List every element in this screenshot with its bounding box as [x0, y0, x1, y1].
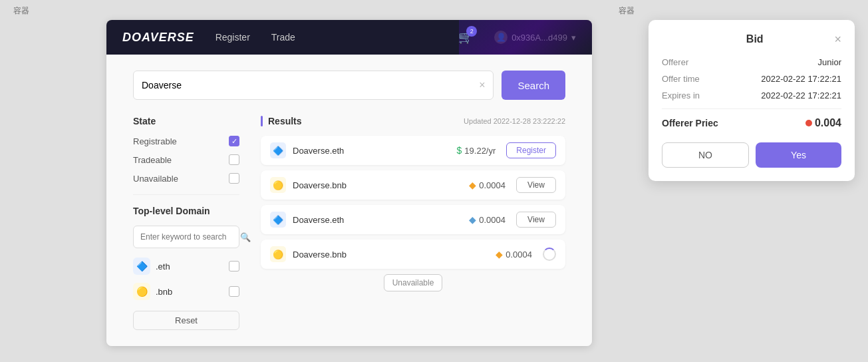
clear-icon[interactable]: ×: [479, 79, 485, 91]
two-col-layout: State Registrable Tradeable Unavailable: [133, 116, 565, 330]
bid-actions: NO Yes: [662, 142, 841, 168]
sidebar-divider: [133, 194, 239, 195]
result-name-1: Doaverse.bnb: [293, 180, 469, 190]
bid-offer-time-label: Offer time: [662, 74, 700, 84]
bid-modal: Bid × Offerer Junior Offer time 2022-02-…: [649, 20, 855, 181]
price-eth-icon-2: ◆: [469, 214, 476, 225]
tld-bnb-label: .bnb: [156, 287, 172, 297]
filter-tradeable-checkbox[interactable]: [229, 154, 239, 165]
result-icon-0: 🔷: [270, 142, 286, 158]
filter-registrable: Registrable: [133, 136, 239, 146]
main-app: DOAVERSE Register Trade 🛒 2 👤 0x936A...d…: [106, 20, 592, 346]
bid-price-number: 0.004: [815, 117, 841, 129]
bid-divider: [662, 108, 841, 109]
result-action-0[interactable]: Register: [506, 142, 556, 158]
result-name-0: Doaverse.eth: [293, 146, 457, 156]
result-price-1: ◆ 0.0004: [469, 180, 506, 190]
results-bar-accent: [261, 116, 263, 126]
bid-offerer-label: Offerer: [662, 57, 688, 67]
result-price-value-0: 19.22/yr: [464, 146, 496, 156]
filter-unavailable: Unavailable: [133, 173, 239, 184]
navbar: DOAVERSE Register Trade 🛒 2 👤 0x936A...d…: [106, 20, 592, 55]
tld-eth-icon: 🔷: [133, 258, 150, 275]
tld-bnb-item: 🟡 .bnb: [133, 283, 239, 300]
bid-close-button[interactable]: ×: [834, 33, 841, 45]
result-action-2[interactable]: View: [516, 212, 556, 228]
state-section-title: State: [133, 116, 239, 126]
main-content: × Search State Registrable Tradeable: [106, 55, 592, 346]
result-price-value-1: 0.0004: [479, 180, 506, 190]
result-row-2: 🔷 Doaverse.eth ◆ 0.0004 View: [261, 205, 565, 234]
page-wrapper: 容器 容器 DOAVERSE Register Trade 🛒 2 👤 0x93…: [0, 0, 868, 362]
unavailable-button[interactable]: Unavailable: [384, 274, 443, 291]
tld-search-input[interactable]: [140, 232, 240, 242]
top-label-right: 容器: [619, 5, 635, 17]
tld-bnb-icon: 🟡: [133, 283, 150, 300]
cart-button[interactable]: 🛒 2: [458, 30, 473, 45]
result-row-3: 🟡 Doaverse.bnb ◆ 0.0004: [261, 240, 565, 269]
result-icon-3: 🟡: [270, 246, 286, 262]
tld-eth-item: 🔷 .eth: [133, 258, 239, 275]
bid-yes-button[interactable]: Yes: [756, 142, 841, 168]
bid-modal-header: Bid ×: [662, 33, 841, 45]
result-price-3: ◆ 0.0004: [496, 249, 532, 260]
search-input[interactable]: [142, 80, 479, 90]
results-title: Results: [268, 116, 302, 126]
result-price-value-3: 0.0004: [506, 250, 532, 260]
tld-search-icon: 🔍: [240, 232, 251, 242]
reset-button[interactable]: Reset: [133, 311, 239, 330]
nav-register[interactable]: Register: [216, 32, 250, 43]
bid-offerer-value: Junior: [818, 57, 841, 67]
tld-bnb-left: 🟡 .bnb: [133, 283, 172, 300]
bid-offer-time-value: 2022-02-22 17:22:21: [761, 74, 841, 84]
tld-search-wrap: 🔍: [133, 226, 239, 248]
filter-registrable-checkbox[interactable]: [229, 136, 239, 146]
price-bnb-icon-1: ◆: [469, 180, 476, 190]
result-icon-1: 🟡: [270, 177, 286, 193]
bid-expires-value: 2022-02-22 17:22:21: [761, 90, 841, 100]
price-dollar-icon-0: $: [457, 145, 462, 156]
bid-no-button[interactable]: NO: [662, 142, 749, 168]
tld-section-title: Top-level Domain: [133, 206, 239, 216]
bid-expires-field: Expires in 2022-02-22 17:22:21: [662, 90, 841, 100]
bid-offer-time-field: Offer time 2022-02-22 17:22:21: [662, 74, 841, 84]
tld-eth-checkbox[interactable]: [229, 261, 239, 272]
filter-unavailable-label: Unavailable: [133, 174, 178, 184]
results-updated: Updated 2022-12-28 23:222:22: [464, 117, 565, 125]
filter-tradeable-label: Tradeable: [133, 155, 172, 165]
app-logo: DOAVERSE: [122, 31, 194, 45]
results-panel: Results Updated 2022-12-28 23:222:22 🔷 D…: [261, 116, 565, 330]
results-header: Results Updated 2022-12-28 23:222:22: [261, 116, 565, 126]
search-bar: × Search: [133, 71, 565, 100]
result-name-3: Doaverse.bnb: [293, 250, 496, 260]
search-button[interactable]: Search: [502, 71, 565, 100]
result-row-1: 🟡 Doaverse.bnb ◆ 0.0004 View: [261, 170, 565, 200]
price-bnb-icon-3: ◆: [496, 249, 503, 260]
filter-unavailable-checkbox[interactable]: [229, 173, 239, 184]
sidebar: State Registrable Tradeable Unavailable: [133, 116, 239, 330]
bid-modal-title: Bid: [675, 33, 834, 45]
bid-modal-overlay: Bid × Offerer Junior Offer time 2022-02-…: [649, 0, 868, 362]
result-price-0: $ 19.22/yr: [457, 145, 496, 156]
bid-expires-label: Expires in: [662, 90, 700, 100]
result-loading-spinner-3: [543, 248, 556, 261]
result-row-0: 🔷 Doaverse.eth $ 19.22/yr Register: [261, 136, 565, 165]
tld-bnb-checkbox[interactable]: [229, 286, 239, 297]
nav-trade[interactable]: Trade: [271, 32, 295, 43]
result-icon-2: 🔷: [270, 212, 286, 228]
bid-price-value: 0.004: [805, 117, 841, 129]
bid-price-label: Offerer Priec: [662, 118, 718, 128]
tld-eth-label: .eth: [156, 262, 170, 272]
filter-tradeable: Tradeable: [133, 154, 239, 165]
result-price-value-2: 0.0004: [479, 215, 506, 225]
top-label-left: 容器: [13, 5, 29, 17]
result-action-1[interactable]: View: [516, 177, 556, 193]
eth-red-dot-icon: [805, 120, 812, 126]
search-input-wrap: ×: [133, 71, 494, 100]
result-name-2: Doaverse.eth: [293, 215, 469, 225]
filter-registrable-label: Registrable: [133, 136, 177, 146]
bid-offerer-field: Offerer Junior: [662, 57, 841, 67]
bid-price-row: Offerer Priec 0.004: [662, 117, 841, 129]
result-price-2: ◆ 0.0004: [469, 214, 506, 225]
tld-eth-left: 🔷 .eth: [133, 258, 170, 275]
